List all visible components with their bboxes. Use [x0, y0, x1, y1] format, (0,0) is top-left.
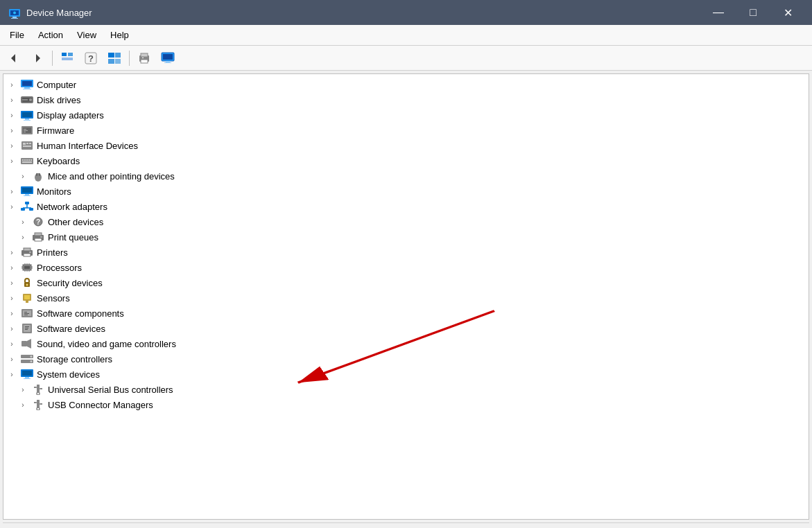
expand-usb-connector[interactable]: ›	[17, 399, 28, 410]
expand-other[interactable]: ›	[17, 216, 28, 227]
tree-item-hid[interactable]: › Human Interface Devices	[3, 138, 809, 153]
other-icon: ?	[31, 215, 45, 229]
maximize-button[interactable]: □	[737, 0, 769, 25]
tree-item-usb-connector[interactable]: › USB Connector Managers	[3, 397, 809, 412]
menu-file[interactable]: File	[3, 27, 31, 43]
back-button[interactable]	[3, 49, 25, 68]
forward-button[interactable]	[26, 49, 49, 68]
expand-usb[interactable]: ›	[17, 384, 28, 395]
expand-disk-drives[interactable]: ›	[6, 94, 17, 105]
tree-item-processors[interactable]: › Processors	[3, 260, 809, 275]
svg-point-108	[31, 360, 33, 362]
svg-rect-92	[26, 301, 28, 303]
storage-icon	[20, 352, 34, 366]
tree-item-keyboards[interactable]: › Keyboards	[3, 153, 809, 168]
tree-item-storage[interactable]: › Storage controllers	[3, 351, 809, 367]
expand-processors[interactable]: ›	[6, 262, 17, 273]
svg-rect-22	[166, 61, 170, 62]
device-tree[interactable]: › Computer › Disk drives › Display adapt…	[3, 74, 809, 519]
tree-item-computer[interactable]: › Computer	[3, 77, 809, 92]
svg-rect-40	[24, 132, 26, 132]
main-content: › Computer › Disk drives › Display adapt…	[3, 73, 809, 520]
firmware-icon	[20, 123, 34, 137]
expand-firmware[interactable]: ›	[6, 125, 17, 136]
security-label: Security devices	[37, 278, 103, 288]
expand-software-devices[interactable]: ›	[6, 323, 17, 334]
tree-item-usb[interactable]: › Universal Serial Bus controllers	[3, 382, 809, 397]
expand-computer[interactable]: ›	[6, 79, 17, 90]
expand-security[interactable]: ›	[6, 277, 17, 288]
software-components-label: Software components	[37, 308, 124, 319]
tree-item-disk-drives[interactable]: › Disk drives	[3, 92, 809, 107]
svg-rect-17	[141, 53, 148, 57]
menu-action[interactable]: Action	[31, 27, 70, 43]
close-button[interactable]: ✕	[772, 0, 804, 25]
expand-storage[interactable]: ›	[6, 353, 17, 364]
tree-item-monitors[interactable]: › Monitors	[3, 184, 809, 199]
monitors-icon	[20, 184, 34, 198]
tree-item-security[interactable]: › Security devices	[3, 275, 809, 290]
minimize-button[interactable]: —	[702, 0, 734, 25]
tree-item-firmware[interactable]: › Firmware	[3, 123, 809, 138]
svg-rect-69	[35, 233, 42, 236]
tree-view-button[interactable]	[56, 49, 78, 68]
tree-item-printers[interactable]: › Printers	[3, 245, 809, 260]
display-button[interactable]	[157, 49, 179, 68]
svg-rect-59	[24, 195, 31, 196]
svg-rect-58	[25, 194, 29, 195]
tree-item-other[interactable]: › ? Other devices	[3, 214, 809, 229]
expand-sensors[interactable]: ›	[6, 292, 17, 303]
svg-rect-91	[24, 295, 30, 299]
svg-rect-49	[26, 159, 28, 161]
print-button[interactable]	[133, 49, 155, 68]
svg-rect-21	[163, 54, 173, 60]
svg-rect-77	[24, 266, 30, 269]
svg-rect-60	[25, 202, 29, 204]
svg-rect-96	[24, 313, 29, 314]
help-toolbar-button[interactable]: ?	[80, 49, 102, 68]
svg-rect-42	[23, 143, 26, 145]
menu-help[interactable]: Help	[103, 27, 136, 43]
svg-rect-27	[23, 89, 31, 89]
svg-point-4	[13, 12, 16, 15]
window-title: Device Manager	[26, 8, 92, 18]
expand-sound[interactable]: ›	[6, 338, 17, 349]
svg-point-114	[37, 392, 40, 395]
expand-print-queues[interactable]: ›	[17, 231, 28, 243]
tree-item-print-queues[interactable]: › Print queues	[3, 229, 809, 245]
expand-display-adapters[interactable]: ›	[6, 109, 17, 121]
svg-rect-95	[24, 312, 27, 313]
svg-rect-100	[25, 326, 29, 327]
expand-network[interactable]: ›	[6, 201, 17, 212]
expand-hid[interactable]: ›	[6, 140, 17, 151]
svg-rect-112	[24, 378, 31, 379]
svg-rect-31	[22, 99, 28, 100]
tree-item-mice[interactable]: › Mice and other pointing devices	[3, 168, 809, 184]
expand-system[interactable]: ›	[6, 369, 17, 380]
expand-printers[interactable]: ›	[6, 247, 17, 258]
svg-rect-47	[22, 159, 24, 161]
tree-item-sound[interactable]: › Sound, video and game controllers	[3, 336, 809, 351]
tree-item-system[interactable]: › System devices	[3, 367, 809, 382]
svg-rect-7	[62, 53, 67, 56]
system-label: System devices	[37, 369, 100, 380]
list-view-button[interactable]	[103, 49, 126, 68]
menu-view[interactable]: View	[70, 27, 103, 43]
expand-keyboards[interactable]: ›	[6, 155, 17, 166]
svg-rect-71	[40, 236, 42, 238]
expand-monitors[interactable]: ›	[6, 186, 17, 197]
svg-rect-102	[25, 329, 28, 330]
tree-item-software-components[interactable]: › Software components	[3, 306, 809, 321]
tree-item-software-devices[interactable]: › Software devices	[3, 321, 809, 336]
expand-software-components[interactable]: ›	[6, 308, 17, 319]
usb-icon	[31, 382, 45, 396]
app-icon	[8, 6, 21, 19]
svg-rect-48	[24, 159, 26, 161]
title-bar: Device Manager — □ ✕	[0, 0, 812, 25]
expand-mice[interactable]: ›	[17, 170, 28, 182]
tree-item-sensors[interactable]: › Sensors	[3, 290, 809, 306]
network-icon	[20, 200, 34, 213]
tree-item-network[interactable]: › Network adapters	[3, 199, 809, 214]
svg-rect-97	[24, 315, 28, 315]
tree-item-display-adapters[interactable]: › Display adapters	[3, 107, 809, 123]
